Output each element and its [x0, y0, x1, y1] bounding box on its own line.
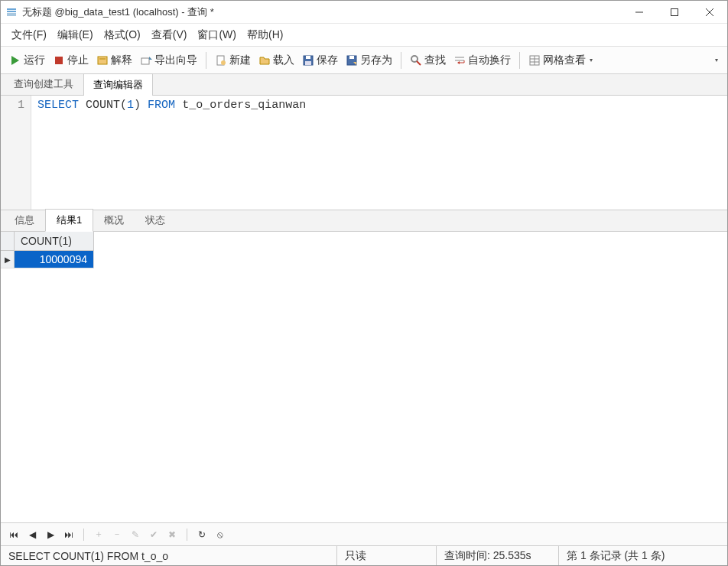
export-button[interactable]: 导出向导	[136, 51, 201, 70]
editor-tabs: 查询创建工具 查询编辑器	[1, 74, 727, 96]
menu-window[interactable]: 窗口(W)	[193, 25, 241, 45]
svg-marker-7	[11, 56, 19, 65]
find-label: 查找	[424, 54, 446, 67]
play-icon	[9, 54, 21, 67]
window-title: 无标题 @big_data_test1 (localhost) - 查询 *	[22, 5, 622, 19]
column-header[interactable]: COUNT(1)	[15, 232, 94, 251]
tab-query-editor[interactable]: 查询编辑器	[83, 73, 153, 96]
svg-rect-8	[55, 57, 63, 64]
stop-button[interactable]: 停止	[49, 51, 93, 70]
folder-open-icon	[258, 54, 271, 67]
save-as-button[interactable]: 另存为	[342, 51, 396, 70]
svg-rect-16	[306, 56, 310, 59]
svg-marker-12	[149, 57, 152, 60]
nav-last-icon[interactable]: ⏭	[62, 528, 76, 542]
new-button[interactable]: 新建	[211, 51, 255, 70]
result-grid[interactable]: COUNT(1) ▶ 10000094	[1, 232, 727, 522]
status-readonly: 只读	[337, 546, 437, 565]
load-button[interactable]: 载入	[255, 51, 298, 70]
svg-rect-1	[7, 11, 16, 12]
svg-rect-9	[98, 57, 107, 64]
toolbar-sep	[206, 52, 206, 69]
result-tabs: 信息 结果1 概况 状态	[1, 210, 727, 232]
nav-commit-icon[interactable]: ✔	[147, 528, 161, 542]
load-label: 载入	[273, 54, 294, 67]
tab-info[interactable]: 信息	[4, 210, 45, 231]
svg-rect-11	[141, 58, 149, 64]
nav-prev-icon[interactable]: ◀	[25, 528, 39, 542]
grid-corner	[1, 232, 15, 251]
nav-cancel-icon[interactable]: ✖	[165, 528, 179, 542]
code-editor[interactable]: 1 SELECT COUNT(1) FROM t_o_orders_qianwa…	[1, 96, 727, 210]
menu-format[interactable]: 格式(O)	[99, 25, 145, 45]
stop-label: 停止	[67, 54, 89, 67]
menu-help[interactable]: 帮助(H)	[242, 25, 288, 45]
autowrap-button[interactable]: 自动换行	[450, 51, 515, 70]
svg-rect-4	[671, 8, 678, 15]
svg-rect-17	[305, 61, 311, 65]
maximize-button[interactable]	[657, 1, 692, 23]
table-row[interactable]: ▶ 10000094	[1, 251, 94, 268]
nav-delete-icon[interactable]: －	[110, 528, 124, 542]
run-button[interactable]: 运行	[5, 51, 49, 70]
tab-query-builder[interactable]: 查询创建工具	[4, 73, 83, 95]
record-nav-bar: ⏮ ◀ ▶ ⏭ ＋ － ✎ ✔ ✖ ↻ ⦸	[1, 522, 727, 545]
chevron-down-icon[interactable]: ▾	[588, 55, 594, 66]
application-window: 无标题 @big_data_test1 (localhost) - 查询 * 文…	[0, 0, 728, 566]
statusbar: SELECT COUNT(1) FROM t_o_o 只读 查询时间: 25.5…	[1, 545, 727, 565]
new-label: 新建	[229, 54, 251, 67]
svg-rect-2	[7, 13, 16, 16]
new-file-icon	[215, 54, 227, 67]
line-number: 1	[1, 99, 24, 112]
menu-view[interactable]: 查看(V)	[147, 25, 192, 45]
wrap-icon	[453, 54, 466, 67]
tab-status[interactable]: 状态	[135, 210, 176, 231]
result-cell[interactable]: 10000094	[15, 251, 94, 268]
search-icon	[410, 54, 422, 67]
gridview-label: 网格查看	[543, 54, 586, 67]
menubar: 文件(F) 编辑(E) 格式(O) 查看(V) 窗口(W) 帮助(H)	[1, 24, 727, 47]
toolbar: 运行 停止 解释 导出向导 新建 载入 保存 另存为	[1, 47, 727, 74]
svg-point-21	[411, 56, 418, 62]
minimize-button[interactable]	[622, 1, 657, 23]
save-label: 保存	[317, 54, 338, 67]
line-gutter: 1	[1, 96, 31, 210]
status-sql: SELECT COUNT(1) FROM t_o_o	[1, 546, 337, 565]
export-icon	[140, 54, 152, 67]
status-records: 第 1 条记录 (共 1 条)	[559, 546, 727, 565]
nav-stop-icon[interactable]: ⦸	[213, 528, 227, 542]
nav-edit-icon[interactable]: ✎	[128, 528, 142, 542]
nav-refresh-icon[interactable]: ↻	[195, 528, 209, 542]
code-content[interactable]: SELECT COUNT(1) FROM t_o_orders_qianwan	[31, 96, 727, 210]
export-label: 导出向导	[154, 54, 197, 67]
run-label: 运行	[24, 54, 45, 67]
toolbar-overflow-icon[interactable]: ▾	[713, 55, 720, 66]
toolbar-sep	[519, 52, 520, 69]
app-icon	[5, 6, 18, 18]
autowrap-label: 自动换行	[468, 54, 511, 67]
nav-next-icon[interactable]: ▶	[44, 528, 57, 542]
menu-file[interactable]: 文件(F)	[7, 25, 51, 45]
status-timing: 查询时间: 25.535s	[437, 546, 559, 565]
explain-label: 解释	[111, 54, 132, 67]
tab-result-1[interactable]: 结果1	[45, 209, 93, 232]
gridview-button[interactable]: 网格查看 ▾	[525, 51, 598, 70]
svg-rect-0	[7, 8, 16, 10]
close-button[interactable]	[692, 1, 727, 23]
titlebar: 无标题 @big_data_test1 (localhost) - 查询 *	[1, 1, 727, 24]
stop-icon	[53, 54, 65, 67]
floppy-icon	[302, 54, 314, 67]
tab-profile[interactable]: 概况	[93, 210, 135, 231]
nav-first-icon[interactable]: ⏮	[7, 528, 21, 542]
save-button[interactable]: 保存	[298, 51, 342, 70]
toolbar-sep	[401, 52, 401, 69]
menu-edit[interactable]: 编辑(E)	[53, 25, 98, 45]
svg-marker-25	[457, 61, 460, 64]
floppy-as-icon	[346, 54, 358, 67]
nav-add-icon[interactable]: ＋	[92, 528, 106, 542]
explain-button[interactable]: 解释	[93, 51, 136, 70]
save-as-label: 另存为	[360, 54, 392, 67]
find-button[interactable]: 查找	[406, 51, 450, 70]
svg-rect-19	[349, 56, 354, 59]
row-marker-icon: ▶	[1, 251, 15, 268]
